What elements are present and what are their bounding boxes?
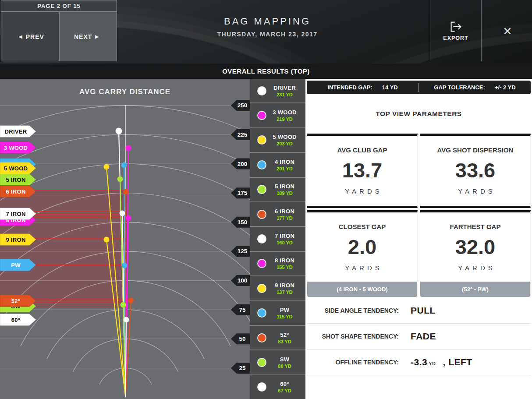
metric-title: AVG SHOT DISPERSION (420, 146, 530, 154)
club-color-dot-icon (257, 284, 266, 293)
distance-tag-label: 250 (238, 102, 248, 109)
carry-dot (124, 317, 129, 323)
club-carry-distance: 231 YD (266, 92, 303, 97)
tendency-label: SHOT SHAPE TENDENCY: (307, 333, 399, 340)
club-name: SW (266, 356, 303, 363)
tendency-unit: YD (429, 361, 436, 366)
club-flag-label: 3 WOOD (4, 145, 28, 151)
metric-title: AVG CLUB GAP (307, 146, 417, 154)
metric-footer: (4 IRON - 5 WOOD) (307, 282, 417, 297)
club-carry-distance: 201 YD (266, 166, 303, 171)
metric-card-avg-club-gap: AVG CLUB GAP 13.7 YARDS (307, 134, 418, 208)
export-button[interactable]: EXPORT (438, 21, 474, 41)
section-title-bar: OVERALL RESULTS (TOP) (0, 64, 532, 79)
gap-settings-bar: INTENDED GAP: 14 YD GAP TOLERANCE: +/- 2… (307, 81, 531, 94)
club-list-item: SW80 YD (250, 350, 305, 374)
club-carry-distance: 80 YD (266, 364, 303, 369)
club-color-dot-icon (257, 308, 266, 318)
tendency-value: PULL (411, 305, 436, 316)
carry-dot (126, 145, 131, 151)
distance-tag-label: 200 (238, 161, 248, 167)
metric-value: 13.7 (307, 160, 417, 180)
club-name: 60° (266, 381, 303, 387)
export-label: EXPORT (438, 35, 474, 41)
club-name: 52° (266, 332, 303, 338)
intended-gap-label: INTENDED GAP: (327, 84, 372, 91)
tendency-section: SIDE ANGLE TENDENCY: PULL SHOT SHAPE TEN… (307, 298, 531, 375)
metric-unit: YARDS (420, 264, 530, 272)
metric-value: 33.6 (420, 160, 530, 180)
tendency-label: OFFLINE TENDENCY: (307, 359, 399, 366)
section-title: OVERALL RESULTS (TOP) (222, 67, 310, 75)
side-angle-tendency-row: SIDE ANGLE TENDENCY: PULL (307, 298, 531, 324)
carry-dot (123, 189, 129, 195)
club-name: PW (266, 307, 303, 313)
prev-button[interactable]: ◀ PREV (1, 12, 59, 61)
tendency-suffix: , LEFT (443, 357, 472, 367)
carry-distance-chart: AVG CARRY DISTANCE 4 IRON8 IRONSW60°DRIV… (0, 79, 250, 399)
carry-dot (120, 211, 125, 216)
header: PAGE 2 OF 15 ◀ PREV NEXT ▶ BAG MAPPING T… (0, 0, 532, 64)
club-carry-distance: 203 YD (266, 141, 303, 146)
distance-tag-label: 150 (238, 219, 248, 226)
club-name: 3 WOOD (266, 109, 303, 116)
page-indicator: PAGE 2 OF 15 (1, 0, 117, 12)
shot-shape-tendency-row: SHOT SHAPE TENDENCY: FADE (307, 324, 531, 350)
club-color-dot-icon (257, 210, 266, 219)
close-button[interactable]: ✕ (498, 23, 517, 40)
metric-unit: YARDS (420, 187, 530, 195)
prev-label: PREV (26, 33, 44, 40)
club-color-dot-icon (257, 86, 266, 95)
club-legend-list: DRIVER231 YD3 WOOD219 YD5 WOOD203 YD4 IR… (250, 79, 305, 399)
club-color-dot-icon (257, 333, 266, 343)
panel-title: TOP VIEW PARAMETERS (307, 94, 531, 134)
club-carry-distance: 137 YD (266, 290, 303, 295)
club-color-dot-icon (257, 358, 266, 367)
close-icon: ✕ (503, 25, 512, 37)
page-title: BAG MAPPING (130, 16, 404, 27)
club-carry-distance: 189 YD (266, 191, 303, 196)
club-name: 7 IRON (266, 233, 303, 239)
distance-tag-label: 175 (238, 190, 248, 196)
club-carry-distance: 83 YD (266, 339, 303, 344)
next-label: NEXT (74, 33, 92, 40)
club-color-dot-icon (257, 185, 266, 194)
club-list-item: 52°83 YD (250, 325, 305, 350)
club-flag-label: 6 IRON (6, 188, 25, 195)
club-list-item: PW115 YD (250, 300, 305, 325)
header-divider (430, 0, 430, 61)
carry-dot (128, 298, 134, 304)
carry-dot (126, 215, 131, 221)
carry-dot (121, 162, 127, 168)
club-carry-distance: 155 YD (266, 265, 303, 270)
distance-tag-label: 125 (238, 248, 248, 254)
next-arrow-icon: ▶ (95, 34, 99, 39)
next-button[interactable]: NEXT ▶ (59, 12, 117, 61)
club-list-item: 5 IRON189 YD (250, 177, 305, 201)
club-list-item: 8 IRON155 YD (250, 251, 305, 275)
intended-gap-value: 14 YD (382, 84, 398, 91)
club-list-item: 4 IRON201 YD (250, 152, 305, 177)
carry-dot (116, 128, 122, 134)
club-flag-label: 60° (11, 317, 21, 323)
header-divider (481, 0, 482, 61)
club-name: 8 IRON (266, 257, 303, 264)
metric-card-farthest-gap: FARTHEST GAP 32.0 YARDS (52° - PW) (420, 210, 531, 297)
carry-dot (104, 164, 110, 170)
chart-canvas: 4 IRON8 IRONSW60°DRIVER3 WOOD5 IRON6 IRO… (0, 79, 250, 399)
club-color-dot-icon (257, 111, 266, 120)
club-list-item: 3 WOOD219 YD (250, 102, 305, 127)
club-name: 4 IRON (266, 159, 303, 165)
club-list-item: DRIVER231 YD (250, 79, 305, 102)
metric-card-avg-shot-dispersion: AVG SHOT DISPERSION 33.6 YARDS (420, 134, 531, 208)
metric-footer: (52° - PW) (420, 282, 530, 297)
prev-arrow-icon: ◀ (19, 34, 23, 39)
gap-tolerance-value: +/- 2 YD (495, 84, 516, 91)
club-list-item: 9 IRON137 YD (250, 275, 305, 300)
chart-title: AVG CARRY DISTANCE (0, 88, 250, 96)
gap-tolerance-label: GAP TOLERANCE: (434, 84, 485, 91)
club-name: DRIVER (266, 85, 303, 91)
tendency-label: SIDE ANGLE TENDENCY: (307, 307, 399, 314)
club-carry-distance: 160 YD (266, 240, 303, 245)
club-name: 5 IRON (266, 183, 303, 190)
